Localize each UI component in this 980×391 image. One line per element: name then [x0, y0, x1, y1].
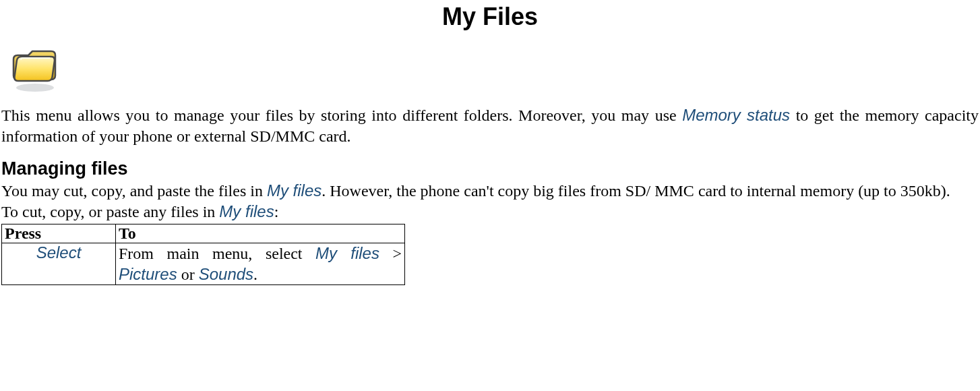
to-sep: >: [379, 245, 402, 262]
intro-text-1: This menu allows you to manage your file…: [1, 107, 682, 124]
managing-files-heading: Managing files: [1, 158, 980, 179]
p2-text-1: To cut, copy, or paste any files in: [1, 203, 219, 220]
sounds-keyword: Sounds: [199, 265, 253, 283]
press-cell-select: Select: [2, 243, 116, 284]
instruction-table: Press To Select From main menu, select M…: [1, 224, 405, 285]
page-title: My Files: [0, 3, 980, 31]
to-cell-1: From main menu, select My files > Pictur…: [116, 243, 405, 284]
header-to: To: [116, 224, 405, 243]
p1-text-1: You may cut, copy, and paste the files i…: [1, 182, 267, 200]
intro-paragraph: This menu allows you to manage your file…: [1, 105, 979, 146]
my-files-keyword-2: My files: [219, 202, 274, 220]
managing-files-paragraph-1: You may cut, copy, and paste the files i…: [1, 181, 979, 202]
pictures-keyword: Pictures: [119, 265, 177, 283]
memory-status-keyword: Memory status: [682, 106, 790, 124]
managing-files-paragraph-2: To cut, copy, or paste any files in My f…: [1, 202, 979, 222]
to-text-1: From main menu, select: [119, 245, 315, 262]
my-files-keyword: My files: [267, 181, 321, 200]
table-header-row: Press To: [2, 224, 405, 243]
to-end: .: [253, 266, 257, 283]
svg-point-0: [16, 84, 54, 92]
my-files-keyword-3: My files: [315, 244, 379, 262]
folder-icon: [8, 46, 980, 98]
table-row: Select From main menu, select My files >…: [2, 243, 405, 284]
p2-text-2: :: [274, 203, 279, 220]
header-press: Press: [2, 224, 116, 243]
to-or: or: [177, 266, 199, 283]
p1-text-2: . However, the phone can't copy big file…: [321, 182, 950, 200]
